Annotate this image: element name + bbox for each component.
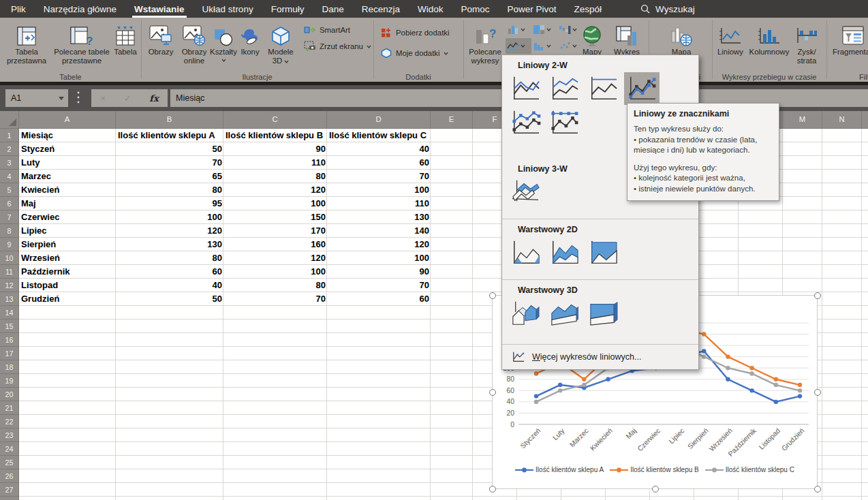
chart-style-area3d-stacked[interactable] [546, 297, 582, 330]
legend-item[interactable]: Ilość klientów sklepu C [705, 466, 794, 473]
row-header-2[interactable]: 2 [0, 142, 18, 156]
cell[interactable]: 50 [118, 292, 222, 306]
cell[interactable]: 70 [329, 170, 429, 183]
row-header-24[interactable]: 24 [0, 442, 18, 456]
cell[interactable]: 100 [226, 265, 326, 279]
row-header-4[interactable]: 4 [0, 170, 18, 183]
cell[interactable]: 40 [118, 279, 222, 292]
cell[interactable]: 110 [226, 156, 326, 170]
column-header-A[interactable]: A [19, 111, 116, 128]
chart-style-line-3d[interactable] [508, 176, 543, 208]
cell[interactable]: 60 [329, 156, 429, 170]
cell[interactable]: 70 [118, 156, 222, 170]
cell[interactable]: Grudzień [21, 292, 116, 306]
cell[interactable]: Czerwiec [21, 210, 116, 224]
column-header-C[interactable]: C [223, 111, 327, 128]
cell[interactable]: 50 [118, 142, 222, 156]
row-header-5[interactable]: 5 [0, 183, 18, 197]
row-header-17[interactable]: 17 [0, 347, 18, 360]
chart-selection-handle[interactable] [489, 292, 496, 299]
row-header-9[interactable]: 9 [0, 238, 18, 251]
tab-wstawianie[interactable]: Wstawianie [125, 0, 193, 18]
cell[interactable]: 160 [226, 238, 326, 251]
cell[interactable]: 170 [226, 224, 326, 238]
icons-button[interactable]: Ikony [237, 19, 263, 57]
tab-układ-strony[interactable]: Układ strony [193, 0, 262, 18]
cell[interactable]: Styczeń [21, 142, 116, 156]
insert-hierarchy-chart-button[interactable] [531, 22, 557, 37]
tab-plik[interactable]: Plik [0, 0, 35, 18]
pictures-button[interactable]: Obrazy [144, 19, 177, 57]
insert-line-chart-button[interactable] [506, 38, 531, 54]
row-header-13[interactable]: 13 [0, 292, 18, 306]
column-header-M[interactable]: M [783, 111, 822, 128]
cell[interactable]: 110 [329, 197, 429, 210]
sparkline-winloss-button[interactable]: Zysk/ strata [792, 19, 822, 65]
cell[interactable]: 100 [329, 183, 429, 197]
row-header-21[interactable]: 21 [0, 401, 18, 415]
smartart-button[interactable]: SmartArt [304, 23, 350, 37]
chart-style-area-stacked[interactable] [546, 236, 582, 269]
name-box[interactable]: A1 [5, 89, 68, 107]
legend-item[interactable]: Ilość klientów sklepu B [610, 466, 699, 473]
tab-widok[interactable]: Widok [409, 0, 452, 18]
column-header-E[interactable]: E [431, 111, 473, 128]
shapes-button[interactable]: Kształty [210, 19, 237, 62]
my-add-ins-button[interactable]: Moje dodatki [380, 46, 448, 60]
row-header-12[interactable]: 12 [0, 279, 18, 292]
cell[interactable]: 100 [226, 197, 326, 210]
column-header-D[interactable]: D [327, 111, 431, 128]
row-header-8[interactable]: 8 [0, 224, 18, 238]
chart-selection-handle[interactable] [652, 486, 659, 493]
cell[interactable]: 60 [118, 265, 222, 279]
cell[interactable]: Wrzesień [21, 251, 116, 265]
cell[interactable]: Maj [21, 197, 116, 210]
chart-selection-handle[interactable] [489, 486, 496, 493]
slicer-button[interactable]: Fragmentator [833, 19, 868, 57]
chart-selection-handle[interactable] [814, 389, 821, 396]
cell[interactable]: Listopad [21, 279, 116, 292]
row-header-25[interactable]: 25 [0, 456, 18, 469]
tab-pomoc[interactable]: Pomoc [452, 0, 498, 18]
tab-dane[interactable]: Dane [313, 0, 352, 18]
chart-style-line-markers-100[interactable] [546, 106, 582, 139]
sparkline-line-button[interactable]: Liniowy [714, 19, 747, 57]
cell[interactable]: Marzec [21, 170, 116, 183]
row-header-27[interactable]: 27 [0, 483, 18, 497]
cell[interactable]: 100 [329, 251, 429, 265]
row-header-11[interactable]: 11 [0, 265, 18, 279]
table-button[interactable]: Tabela [110, 19, 140, 57]
chart-style-line[interactable] [508, 72, 543, 105]
cell[interactable]: 100 [118, 210, 222, 224]
screenshot-button[interactable]: Zrzut ekranu [304, 40, 371, 53]
cell[interactable]: Luty [21, 156, 116, 170]
cell[interactable]: 95 [118, 197, 222, 210]
chart-style-line-100[interactable] [585, 72, 621, 105]
cell[interactable]: 80 [226, 170, 326, 183]
tab-formuły[interactable]: Formuły [262, 0, 313, 18]
cell[interactable]: Lipiec [21, 224, 116, 238]
row-header-22[interactable]: 22 [0, 415, 18, 428]
cell[interactable]: 120 [118, 224, 222, 238]
cell[interactable]: 90 [226, 142, 326, 156]
enter-icon[interactable]: ✓ [124, 93, 131, 104]
cancel-icon[interactable]: × [100, 93, 106, 104]
cell[interactable]: 60 [329, 292, 429, 306]
sparkline-column-button[interactable]: Kolumnowy [747, 19, 792, 57]
chart-selection-handle[interactable] [814, 486, 821, 493]
chart-style-line-markers[interactable] [624, 72, 660, 105]
row-header-18[interactable]: 18 [0, 360, 18, 374]
online-pictures-button[interactable]: Obrazy online [179, 19, 210, 65]
row-header-23[interactable]: 23 [0, 428, 18, 442]
cell[interactable]: 140 [329, 224, 429, 238]
cell[interactable]: 130 [329, 210, 429, 224]
insert-column-chart-button[interactable] [506, 22, 531, 37]
cell[interactable]: 80 [118, 251, 222, 265]
insert-statistic-chart-button[interactable] [531, 38, 557, 54]
cell[interactable]: 120 [226, 183, 326, 197]
cell[interactable]: 65 [118, 170, 222, 183]
tab-zespół[interactable]: Zespół [565, 0, 611, 18]
cell[interactable]: 120 [226, 251, 326, 265]
recommended-charts-button[interactable]: ? Polecane wykresy [466, 19, 504, 65]
chart-style-area3d-100[interactable] [585, 297, 621, 330]
